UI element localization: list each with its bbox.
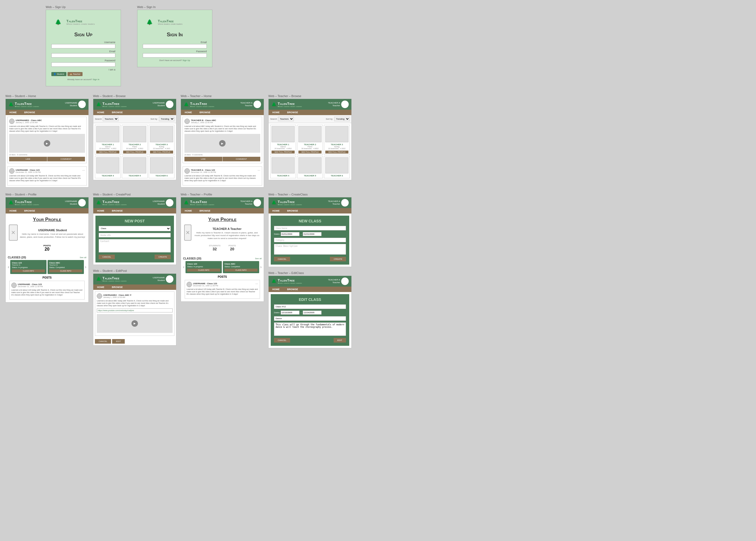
sort-select[interactable]: Trending <box>159 117 175 121</box>
teacher-sort-select[interactable]: Trending <box>334 117 350 121</box>
post-2-dots[interactable]: ··· <box>82 168 85 172</box>
teacher-home-logo-sub: Where leaders create leaders <box>190 106 214 107</box>
student-home-nav-browse[interactable]: BROWSE <box>20 110 39 115</box>
createclass-nav-home[interactable]: HOME <box>268 208 283 214</box>
createclass-start-date[interactable] <box>281 232 299 236</box>
editclass-nav-home[interactable]: HOME <box>268 286 283 292</box>
class-123-btn[interactable]: CLASS INFO <box>12 270 45 272</box>
student-home-avatar[interactable] <box>78 101 86 108</box>
createpost-content-textarea[interactable] <box>99 239 171 253</box>
student-posts-label: POSTS <box>9 245 85 247</box>
email-input[interactable] <box>51 53 115 58</box>
teacher-post-1-comment[interactable]: COMMENT <box>222 157 260 161</box>
createclass-desc-textarea[interactable] <box>274 244 346 255</box>
teacher-carousel-right-arrow[interactable]: › <box>260 265 261 270</box>
editclass-end-date[interactable] <box>303 310 321 314</box>
createpost-nav-browse[interactable]: BROWSE <box>108 208 127 214</box>
teacher-class-abc-btn[interactable]: CLASS INFO <box>224 269 257 271</box>
teacher-post-1-play[interactable]: ▶ <box>219 140 225 147</box>
teacher-role-btn[interactable]: 🏫 Teacher <box>68 72 83 76</box>
signup-link[interactable]: Sign Up <box>183 59 190 62</box>
editpost-nav-home[interactable]: HOME <box>93 284 108 290</box>
editpost-play[interactable]: ▶ <box>132 320 138 327</box>
editpost-url-area: https://www.youtube.com/onelooky/cnafjre… <box>97 308 173 312</box>
createpost-avatar[interactable] <box>166 199 174 207</box>
teacher-post-1-like[interactable]: LIKE <box>185 157 222 161</box>
teacher-profile-nav-home[interactable]: HOME <box>181 208 196 214</box>
teacher-carousel-left-arrow[interactable]: ‹ <box>183 265 185 270</box>
role-buttons: 👤 Student 🏫 Teacher <box>51 72 115 76</box>
teacher-browse-nav-browse[interactable]: BROWSE <box>283 110 302 115</box>
editpost-edit-btn[interactable]: EDIT <box>112 339 125 344</box>
student-profile-nav-home[interactable]: HOME <box>6 208 20 214</box>
teacher-card-3-profile-btn[interactable]: SEE FULL PROFILE <box>150 151 173 154</box>
createclass-nav-browse[interactable]: BROWSE <box>283 208 302 214</box>
editclass-cancel-btn[interactable]: CANCEL <box>274 338 290 342</box>
tb-card-5: TEACHER 5 <box>297 156 323 178</box>
editpost-nav-browse[interactable]: BROWSE <box>108 284 127 290</box>
editclass-avatar[interactable] <box>341 277 349 285</box>
student-browse-nav-home[interactable]: HOME <box>93 110 108 115</box>
carousel-left-arrow[interactable]: ‹ <box>8 265 9 270</box>
editclass-name-input[interactable] <box>274 304 346 309</box>
createclass-create-btn[interactable]: CREATE <box>330 257 346 262</box>
post-1-like-btn[interactable]: LIKE <box>9 157 47 161</box>
class-abc-btn[interactable]: CLASS INFO <box>49 270 82 272</box>
teacher-home-nav-browse[interactable]: BROWSE <box>196 110 214 115</box>
createpost-cancel-btn[interactable]: CANCEL <box>99 255 115 259</box>
teacher-profile-nav-browse[interactable]: BROWSE <box>196 208 214 214</box>
editpost-cancel-btn[interactable]: CANCEL <box>95 339 111 344</box>
editclass-start-date[interactable] <box>281 310 299 314</box>
teacher-browse-avatar[interactable] <box>341 101 349 108</box>
editclass-edit-btn[interactable]: EDIT <box>334 338 346 342</box>
createpost-create-btn[interactable]: CREATE <box>155 255 171 259</box>
createclass-end-date[interactable] <box>303 232 321 236</box>
student-profile-avatar-badge[interactable] <box>78 199 86 207</box>
student-browse-avatar[interactable] <box>166 101 174 108</box>
teacher-card-2-profile-btn[interactable]: SEE FULL PROFILE <box>123 151 146 154</box>
tp-post-1-header: USERNAME · Class 123 December 31, 1999 1… <box>187 282 258 287</box>
username-input[interactable] <box>51 44 115 48</box>
teacher-class-123-btn[interactable]: CLASS INFO <box>187 269 220 271</box>
teacher-classes-see-all[interactable]: See all <box>255 257 261 260</box>
student-home-nav-home[interactable]: HOME <box>6 110 20 115</box>
teacher-card-1-profile-btn[interactable]: SEE FULL PROFILE <box>96 151 119 154</box>
createpost-media-input[interactable] <box>99 233 171 238</box>
editclass-desc-textarea[interactable]: This class will go through the fundament… <box>274 322 346 336</box>
editclass-nav-browse[interactable]: BROWSE <box>283 286 302 292</box>
teacher-browse-nav-home[interactable]: HOME <box>268 110 283 115</box>
editclass-nav: HOME BROWSE <box>268 286 351 292</box>
search-filter-select[interactable]: Teachers <box>103 117 119 121</box>
signin-email-input[interactable] <box>143 44 207 48</box>
teacher-post-2-dots[interactable]: ··· <box>257 168 260 172</box>
teacher-profile-avatar-badge[interactable] <box>253 199 261 207</box>
createclass-name-input[interactable] <box>274 226 346 231</box>
editpost-avatar[interactable] <box>166 275 174 283</box>
teacher-browse-username: TEACHER A <box>328 102 340 104</box>
student-classes-see-all[interactable]: See all <box>80 256 86 259</box>
student-profile-nav-browse[interactable]: BROWSE <box>20 208 39 214</box>
tb-card-1-btn[interactable]: SEE FULL PROFILE <box>271 151 295 154</box>
post-1-comment-btn[interactable]: COMMENT <box>47 157 85 161</box>
carousel-right-arrow[interactable]: › <box>85 265 86 270</box>
createclass-avatar[interactable] <box>341 199 349 207</box>
teacher-home-nav-home[interactable]: HOME <box>181 110 196 115</box>
signin-password-input[interactable] <box>143 53 207 58</box>
tb-card-3-btn[interactable]: SEE FULL PROFILE <box>325 151 348 154</box>
createclass-category-input[interactable] <box>274 238 346 242</box>
editclass-category-input[interactable] <box>274 316 346 321</box>
teacher-search-filter[interactable]: Teachers <box>278 117 294 121</box>
post-1-play[interactable]: ▶ <box>44 140 50 147</box>
student-profile-header: 🌲 TalenTree Where leaders create leaders… <box>6 197 89 208</box>
createpost-nav-home[interactable]: HOME <box>93 208 108 214</box>
student-role-btn[interactable]: 👤 Student <box>51 72 66 76</box>
tb-card-2-btn[interactable]: SEE FULL PROFILE <box>298 151 321 154</box>
student-profile-avatar-img: ✕ <box>9 225 18 241</box>
password-input[interactable] <box>51 62 115 67</box>
createclass-cancel-btn[interactable]: CANCEL <box>274 257 290 262</box>
student-browse-nav-browse[interactable]: BROWSE <box>108 110 127 115</box>
teacher-home-avatar[interactable] <box>253 101 261 108</box>
tp-post-1-dots[interactable]: ··· <box>255 282 258 285</box>
createpost-class-select[interactable]: Class <box>99 226 171 231</box>
signin-link[interactable]: Sign In <box>93 78 100 81</box>
